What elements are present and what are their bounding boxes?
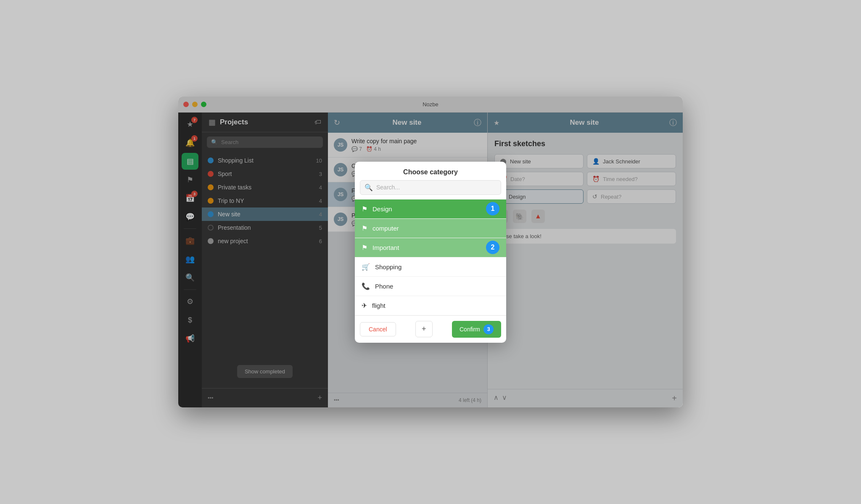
cancel-button[interactable]: Cancel: [360, 322, 396, 336]
app-window: Nozbe ★ 7 🔔 1 ▤ ⚑ 📅 3 💬: [178, 97, 683, 407]
category-badge-2: 2: [486, 241, 499, 254]
category-list: ⚑ Design 1 ⚑ computer ⚑ Important 2 🛒: [355, 199, 506, 315]
flight-category-icon: ✈: [362, 302, 367, 310]
confirm-button[interactable]: Confirm 3: [452, 321, 501, 338]
category-item-phone[interactable]: 📞 Phone: [355, 277, 506, 296]
category-name: Phone: [375, 283, 393, 290]
category-name: flight: [372, 302, 386, 309]
flag-category-icon: ⚑: [362, 244, 367, 252]
category-item-design[interactable]: ⚑ Design 1: [355, 200, 506, 219]
category-name: computer: [372, 225, 399, 232]
modal-search-icon: 🔍: [364, 184, 373, 192]
confirm-badge: 3: [483, 324, 494, 334]
category-name: Design: [372, 205, 392, 213]
flag-category-icon: ⚑: [362, 224, 367, 232]
add-category-button[interactable]: +: [415, 321, 433, 337]
category-item-computer[interactable]: ⚑ computer: [355, 219, 506, 238]
choose-category-modal: Choose category 🔍 ⚑ Design 1 ⚑ computer: [355, 162, 506, 343]
phone-category-icon: 📞: [362, 282, 370, 290]
modal-overlay: Choose category 🔍 ⚑ Design 1 ⚑ computer: [178, 97, 683, 407]
category-name: Shopping: [375, 263, 401, 270]
confirm-label: Confirm: [460, 326, 480, 333]
category-item-shopping[interactable]: 🛒 Shopping: [355, 257, 506, 277]
modal-search-box[interactable]: 🔍: [360, 180, 501, 195]
shopping-category-icon: 🛒: [362, 263, 370, 271]
category-badge-1: 1: [486, 202, 499, 215]
category-name: Important: [372, 244, 399, 251]
modal-title: Choose category: [355, 162, 506, 180]
category-item-important[interactable]: ⚑ Important 2: [355, 238, 506, 257]
modal-search-input[interactable]: [376, 184, 497, 191]
flag-category-icon: ⚑: [362, 205, 367, 213]
modal-footer: Cancel + Confirm 3: [355, 315, 506, 343]
category-item-flight[interactable]: ✈ flight: [355, 296, 506, 315]
